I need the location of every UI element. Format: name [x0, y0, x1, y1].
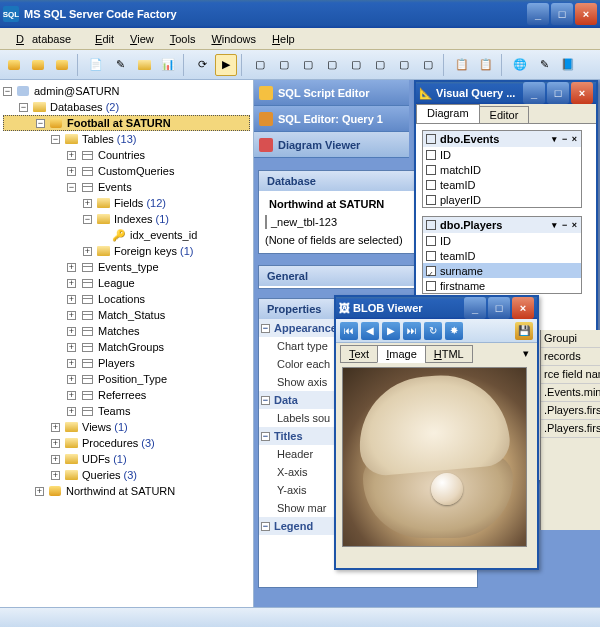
collapse-icon[interactable]: − — [83, 215, 92, 224]
tab-sql-editor[interactable]: SQL Editor: Query 1 — [254, 106, 409, 132]
tool-win8-icon[interactable]: ▢ — [417, 54, 439, 76]
blob-viewer-window[interactable]: 🖼 BLOB Viewer _ □ × ⏮ ◀ ▶ ⏭ ↻ ✸ 💾 Text I… — [334, 295, 539, 570]
expand-icon[interactable]: + — [83, 199, 92, 208]
table-box-controls[interactable]: ▾ − × — [552, 220, 578, 230]
expand-icon[interactable]: + — [51, 455, 60, 464]
nav-last-icon[interactable]: ⏭ — [403, 322, 421, 340]
tool-win2-icon[interactable]: ▢ — [273, 54, 295, 76]
tool-win3-icon[interactable]: ▢ — [297, 54, 319, 76]
field-p-surname[interactable]: surname — [423, 263, 581, 278]
tool-win4-icon[interactable]: ▢ — [321, 54, 343, 76]
field-p-teamid[interactable]: teamID — [423, 248, 581, 263]
nav-first-icon[interactable]: ⏮ — [340, 322, 358, 340]
expand-icon[interactable]: + — [67, 311, 76, 320]
tool-folder-icon[interactable] — [133, 54, 155, 76]
nav-prev-icon[interactable]: ◀ — [361, 322, 379, 340]
field-id[interactable]: ID — [423, 147, 581, 162]
tree-db-northwind[interactable]: Northwind at SATURN — [66, 485, 175, 497]
menu-database[interactable]: Database — [8, 31, 87, 47]
expand-icon[interactable]: + — [67, 407, 76, 416]
menu-tools[interactable]: Tools — [162, 31, 204, 47]
tab-diagram-viewer[interactable]: Diagram Viewer — [254, 132, 409, 158]
table-box-events[interactable]: dbo.Events▾ − × ID matchID teamID player… — [422, 130, 582, 208]
minimize-button[interactable]: _ — [527, 3, 549, 25]
tool-win6-icon[interactable]: ▢ — [369, 54, 391, 76]
expand-icon[interactable]: + — [67, 391, 76, 400]
expand-icon[interactable]: + — [51, 423, 60, 432]
collapse-icon[interactable]: − — [67, 183, 76, 192]
expand-icon[interactable]: + — [67, 375, 76, 384]
blob-close-button[interactable]: × — [512, 297, 534, 319]
table-icon — [79, 148, 95, 162]
vq-tab-diagram[interactable]: Diagram — [416, 104, 480, 123]
expand-icon[interactable]: + — [83, 247, 92, 256]
tool-win1-icon[interactable]: ▢ — [249, 54, 271, 76]
table-box-players[interactable]: dbo.Players▾ − × ID teamID surname first… — [422, 216, 582, 294]
tool-run-icon[interactable]: ▶ — [215, 54, 237, 76]
expand-icon[interactable]: + — [67, 263, 76, 272]
vq-maximize-button[interactable]: □ — [547, 82, 569, 104]
vq-minimize-button[interactable]: _ — [523, 82, 545, 104]
collapse-icon[interactable]: − — [36, 119, 45, 128]
table-box-controls[interactable]: ▾ − × — [552, 134, 578, 144]
expand-icon[interactable]: + — [51, 471, 60, 480]
nav-next-icon[interactable]: ▶ — [382, 322, 400, 340]
tool-db3-icon[interactable] — [51, 54, 73, 76]
collapse-icon[interactable]: − — [3, 87, 12, 96]
menu-edit[interactable]: Edit — [87, 31, 122, 47]
blob-tab-html[interactable]: HTML — [425, 345, 473, 363]
tool-open-db-icon[interactable] — [27, 54, 49, 76]
expand-icon[interactable]: + — [67, 279, 76, 288]
menu-windows[interactable]: Windows — [203, 31, 264, 47]
expand-icon[interactable]: + — [67, 343, 76, 352]
tab-sql-script[interactable]: SQL Script Editor — [254, 80, 409, 106]
script-icon — [259, 86, 273, 100]
vq-tab-editor[interactable]: Editor — [479, 106, 530, 123]
expand-icon[interactable]: + — [67, 359, 76, 368]
collapse-icon[interactable]: − — [51, 135, 60, 144]
tool-edit-icon[interactable]: ✎ — [109, 54, 131, 76]
menu-view[interactable]: View — [122, 31, 162, 47]
expand-icon[interactable]: + — [67, 327, 76, 336]
main-titlebar: SQL MS SQL Server Code Factory _ □ × — [0, 0, 600, 28]
folder-icon — [63, 132, 79, 146]
tool-script-icon[interactable]: 📄 — [85, 54, 107, 76]
tree-root[interactable]: admin@SATURN — [34, 85, 120, 97]
tool-web-icon[interactable]: 🌐 — [509, 54, 531, 76]
field-teamid[interactable]: teamID — [423, 177, 581, 192]
expand-icon[interactable]: + — [67, 151, 76, 160]
menu-help[interactable]: Help — [264, 31, 303, 47]
expand-icon[interactable]: + — [67, 167, 76, 176]
tool-refresh-icon[interactable]: ⟳ — [191, 54, 213, 76]
tool-copy-icon[interactable]: 📋 — [451, 54, 473, 76]
blob-tab-image[interactable]: Image — [377, 345, 426, 363]
tool-win5-icon[interactable]: ▢ — [345, 54, 367, 76]
blob-maximize-button[interactable]: □ — [488, 297, 510, 319]
nav-new-icon[interactable]: ✸ — [445, 322, 463, 340]
blob-minimize-button[interactable]: _ — [464, 297, 486, 319]
tool-chart-icon[interactable]: 📊 — [157, 54, 179, 76]
tool-new-db-icon[interactable] — [3, 54, 25, 76]
vq-close-button[interactable]: × — [571, 82, 593, 104]
expand-icon[interactable]: + — [51, 439, 60, 448]
field-p-id[interactable]: ID — [423, 233, 581, 248]
expand-icon[interactable]: + — [35, 487, 44, 496]
tree-db-football[interactable]: Football at SATURN — [67, 117, 171, 129]
nav-refresh-icon[interactable]: ↻ — [424, 322, 442, 340]
database-tree[interactable]: −admin@SATURN −Databases (2) −Football a… — [0, 80, 254, 607]
close-button[interactable]: × — [575, 3, 597, 25]
expand-icon[interactable]: + — [67, 295, 76, 304]
field-p-firstname[interactable]: firstname — [423, 278, 581, 293]
nav-save-icon[interactable]: 💾 — [515, 322, 533, 340]
blob-tab-text[interactable]: Text — [340, 345, 378, 363]
tool-win7-icon[interactable]: ▢ — [393, 54, 415, 76]
tool-book-icon[interactable]: 📘 — [557, 54, 579, 76]
field-playerid[interactable]: playerID — [423, 192, 581, 207]
app-icon: SQL — [3, 6, 19, 22]
tool-edit2-icon[interactable]: ✎ — [533, 54, 555, 76]
collapse-icon[interactable]: − — [19, 103, 28, 112]
field-matchid[interactable]: matchID — [423, 162, 581, 177]
maximize-button[interactable]: □ — [551, 3, 573, 25]
blob-tab-menu-icon[interactable]: ▾ — [519, 345, 533, 363]
tool-paste-icon[interactable]: 📋 — [475, 54, 497, 76]
